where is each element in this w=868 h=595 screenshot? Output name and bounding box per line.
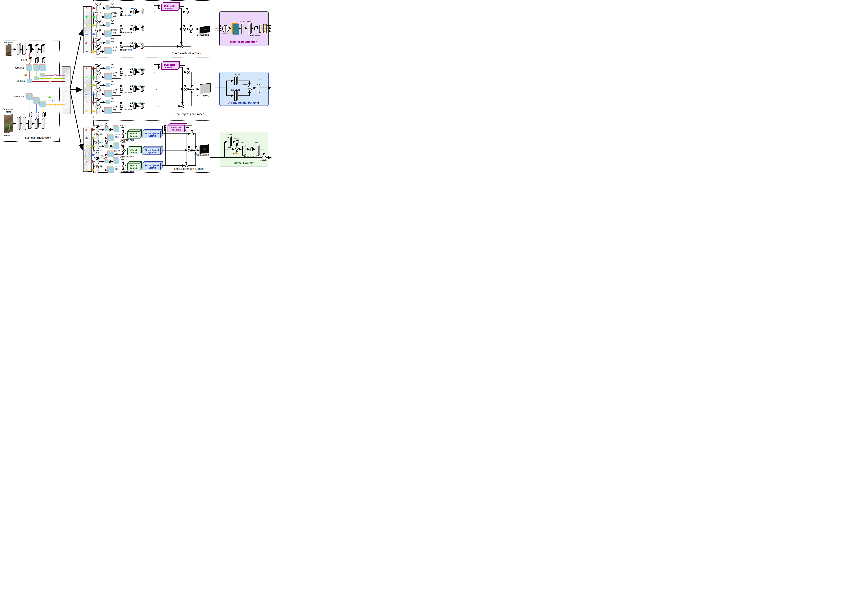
conv-slab <box>234 77 237 86</box>
dim-label: 29x29 <box>111 106 117 108</box>
conv-label: 3x3-s1 <box>95 89 101 91</box>
dim-label: 256 <box>111 23 114 25</box>
conv-slab <box>22 118 25 130</box>
conv-label: 1x1-s1 <box>138 42 145 44</box>
conv-slab <box>133 105 136 109</box>
feature-stack <box>106 66 110 70</box>
tap-label-t3: t3 <box>48 80 51 83</box>
global-context-box: Global Context <box>127 131 140 139</box>
dim-label: 256 <box>113 32 116 34</box>
concat-op <box>248 86 252 90</box>
dim-label: 256 <box>105 142 108 144</box>
atrous-spatial-pyramid-box: Atrous Spatial Pyramid <box>143 148 161 155</box>
elementwise-label: Element-wise <box>121 171 134 173</box>
extd-label: Extd <box>109 147 113 149</box>
conv-label: 3x3-s1-d1 <box>232 74 240 76</box>
conv-slab <box>96 32 99 37</box>
conv1x1-slab <box>42 58 44 63</box>
conv-slab <box>141 44 143 49</box>
gc-box-line2: Context <box>130 152 137 154</box>
tap-label-s4: s4 <box>52 99 55 102</box>
conv-label: 3x3-s1 <box>95 81 101 83</box>
conv-slab <box>133 44 136 49</box>
depthwise-label: Depth-wise <box>121 109 132 111</box>
cls-title: The Classification Branch <box>172 52 203 55</box>
asp-box-line2: Pyramid <box>148 135 156 137</box>
feature-stack <box>106 23 110 27</box>
loc-output-map <box>200 145 210 154</box>
layer-norm-label: Layer-Norm <box>244 155 254 157</box>
feature-stack <box>35 77 38 80</box>
lambda5-box: λ5 <box>263 30 267 33</box>
cls-bar-t3: t3 <box>84 7 87 10</box>
msa-box-line1: Multi-scale <box>164 5 175 7</box>
multiply-op: × <box>184 88 187 91</box>
feature-stack <box>108 135 114 141</box>
multiply-label: Multiply <box>233 152 239 154</box>
dim-label: 5x5 <box>111 20 114 22</box>
dim-label: 29x29 <box>111 12 117 14</box>
conv-slab <box>141 27 143 31</box>
multiply-op: × <box>185 164 188 167</box>
asp-panel-title: Atrous Spatial Pyramid <box>220 101 268 104</box>
feature-stack <box>106 6 110 10</box>
conv1x1-slab <box>29 58 31 63</box>
add-op: + <box>189 28 193 31</box>
dim-label: 5x5 <box>111 3 114 5</box>
feature-stack <box>114 143 120 149</box>
lambda3-box: λ3 <box>263 24 267 27</box>
cls-msa-box: Multi-scale Attention <box>161 4 178 11</box>
conv-label: 3x3-s2 <box>239 21 245 23</box>
depthwise-label: Depth-wise <box>121 92 132 94</box>
asp-box-line2: Pyramid <box>148 167 156 169</box>
depthwise-corr-op <box>120 88 123 91</box>
gc-box-line1: Global <box>130 133 137 135</box>
concat-label: Concat <box>222 32 228 34</box>
search-label-1: Searching <box>3 108 13 111</box>
msa-box-line2: Attention <box>171 128 181 131</box>
feature-stack <box>114 158 120 164</box>
concat-feature-stack <box>233 24 239 34</box>
atrous-spatial-pyramid-box: Atrous Spatial Pyramid <box>143 163 161 170</box>
panel-wires <box>210 25 271 158</box>
dim-label: 256 <box>121 127 124 130</box>
fc-label: FC <box>258 21 261 23</box>
fanout-arrows <box>70 30 82 150</box>
loc-title: The Localization Branch <box>174 167 204 170</box>
msa-box-line2: Attention <box>165 66 174 69</box>
conv-label: 1x1-s1 <box>130 102 136 104</box>
multiply-op: × <box>183 28 186 31</box>
conv-slab <box>133 27 136 31</box>
conv1x1-slab <box>36 113 38 117</box>
dim-label: 256 <box>113 15 116 17</box>
conv-slab <box>96 109 99 114</box>
dim-label: 25x25 <box>114 165 120 168</box>
reg-title: The Regression Branch <box>175 113 204 116</box>
conv-label: 3x3-s1 <box>95 12 101 14</box>
dim-label: 5x5 <box>111 63 114 66</box>
conv-slab <box>96 136 98 141</box>
dim-label: 25x25 <box>120 157 125 159</box>
conv-label: 3(3x3-s1) <box>94 141 103 143</box>
dim-label: 256 <box>113 75 116 77</box>
conv-label: 3(3x3-s1) <box>94 133 103 135</box>
conv-slab <box>22 44 25 55</box>
conv-label: 3x3-s1 <box>95 72 101 74</box>
conv-label: 1x1-s1 <box>138 85 145 87</box>
reg-output-label: 25x25x(kx4) <box>197 94 209 97</box>
conv-label: 3x3-s1 <box>95 29 101 31</box>
architecture-diagram: Template 127x127x3 1x1-s1 15x15x256 crop… <box>0 0 272 177</box>
conv-slab <box>17 118 19 130</box>
asp-box-line2: Pyramid <box>148 151 156 154</box>
depthwise-corr-op <box>120 105 123 108</box>
feature-stack <box>106 40 110 44</box>
conv-slab <box>96 15 99 20</box>
conv-slab <box>133 71 136 75</box>
dim-label: 256 <box>121 144 124 146</box>
loc-bar-s4: s4 <box>84 154 88 156</box>
loc-bar-t5: t5 <box>84 160 87 163</box>
msa-box-line1: Multi-scale <box>164 64 175 66</box>
reg-output-map <box>200 84 210 94</box>
feature-stack <box>41 74 45 77</box>
conv-slab <box>28 45 31 53</box>
